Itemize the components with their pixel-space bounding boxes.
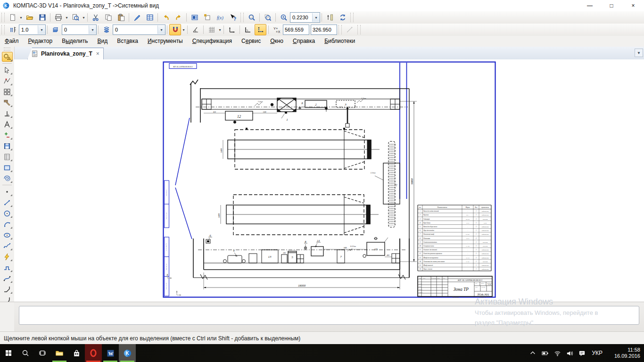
preview-dropdown[interactable]: ▾ — [82, 16, 86, 20]
battery-icon[interactable] — [539, 344, 551, 362]
tool-macro-button[interactable] — [2, 173, 13, 183]
minimize-button[interactable]: — — [579, 0, 601, 11]
open-button[interactable] — [24, 12, 35, 23]
menu-11[interactable]: Библиотеки — [320, 36, 360, 47]
tool-bezier-button[interactable] — [2, 273, 13, 283]
print-dropdown[interactable]: ▾ — [65, 16, 69, 20]
toolbar-grip[interactable] — [1, 13, 5, 22]
drawing-canvas[interactable]: КП 1Б.А20Т08.00.00.013 Инв. № подл.Подп.… — [14, 59, 644, 302]
toolbar-grip[interactable] — [339, 25, 342, 34]
menu-10[interactable]: Справка — [288, 36, 320, 47]
current-layer-combo[interactable]: 0▾ — [62, 25, 97, 35]
tool-spline-button[interactable] — [2, 241, 13, 251]
menu-2[interactable]: Редактор — [24, 36, 58, 47]
zoom-selection-button[interactable] — [262, 12, 273, 23]
refresh-view-button[interactable] — [337, 12, 348, 23]
file-explorer-button[interactable] — [51, 344, 68, 362]
kompas-taskbar-button[interactable]: K — [119, 344, 136, 362]
tool-chamfer-button[interactable] — [2, 284, 13, 294]
tool-geometry-button[interactable] — [2, 52, 13, 62]
tool-measure-button[interactable] — [2, 76, 13, 86]
tool-point-button[interactable] — [2, 187, 13, 197]
wifi-icon[interactable] — [551, 344, 563, 362]
window-manager-button[interactable] — [189, 12, 200, 23]
tool-insert-button[interactable] — [2, 141, 13, 151]
context-help-button[interactable]: ? — [227, 12, 239, 23]
tool-ellipse-button[interactable] — [2, 230, 13, 240]
toolbar-grip[interactable] — [4, 48, 10, 50]
menu-7[interactable]: Спецификация — [188, 36, 237, 47]
redo-button[interactable] — [173, 12, 184, 23]
tool-auxiliary-line-button[interactable] — [2, 252, 13, 262]
print-button[interactable] — [52, 12, 64, 23]
tray-chevron-icon[interactable] — [527, 344, 539, 362]
zoom-in-button[interactable] — [278, 12, 289, 23]
grid-button[interactable] — [206, 24, 217, 35]
cursor-step-combo[interactable]: 1.0▾ — [19, 25, 46, 35]
zoom-scale-combo[interactable]: 0.2230▾ — [290, 12, 320, 23]
language-indicator[interactable]: УКР — [588, 350, 606, 356]
tool-arc-button[interactable] — [2, 219, 13, 229]
grid-dropdown[interactable]: ▾ — [218, 28, 222, 32]
layers-icon[interactable] — [50, 24, 61, 35]
tool-reports-button[interactable] — [2, 163, 13, 173]
store-button[interactable] — [68, 344, 85, 362]
zoom-frame-button[interactable] — [246, 12, 257, 23]
toolbar-grip[interactable] — [1, 25, 5, 34]
angle-snap-button[interactable] — [190, 24, 201, 35]
toolbar-grip[interactable] — [240, 13, 244, 22]
tool-select-button[interactable] — [2, 65, 13, 75]
close-button[interactable]: × — [622, 0, 644, 11]
undo-button[interactable] — [160, 12, 172, 23]
tool-designations-button[interactable] — [2, 130, 13, 140]
fit-page-button[interactable] — [324, 12, 336, 23]
property-message-box[interactable] — [19, 306, 639, 325]
copy-button[interactable] — [102, 12, 114, 23]
print-preview-button[interactable] — [69, 12, 81, 23]
new-document-dropdown[interactable]: ▾ — [19, 16, 23, 20]
start-button[interactable] — [0, 344, 17, 362]
menu-1[interactable]: Файл — [0, 36, 24, 47]
tab-close-icon[interactable]: × — [96, 50, 99, 57]
tool-segment-button[interactable] — [2, 197, 13, 207]
tab-planirovka-zony-t[interactable]: Planirovka_zony_T × — [27, 48, 104, 59]
save-button[interactable] — [36, 12, 48, 23]
drawing-sheet[interactable]: КП 1Б.А20Т08.00.00.013 Инв. № подл.Подп.… — [163, 61, 496, 298]
maximize-button[interactable]: □ — [601, 0, 622, 11]
ortho-mode-button[interactable] — [255, 24, 266, 35]
cursor-step-icon[interactable] — [7, 24, 18, 35]
tool-fragment-button[interactable] — [2, 87, 13, 97]
menu-5[interactable]: Вставка — [112, 36, 143, 47]
snap-button[interactable] — [169, 24, 181, 35]
menu-6[interactable]: Инструменты — [143, 36, 188, 47]
round-off-button[interactable] — [242, 24, 254, 35]
toolbar-grip[interactable] — [357, 25, 361, 34]
tool-polyline-button[interactable] — [2, 263, 13, 272]
variables-button[interactable] — [201, 12, 213, 23]
toolbar-grip[interactable] — [350, 13, 354, 22]
layer-groups-icon[interactable] — [100, 24, 112, 35]
paste-button[interactable] — [115, 12, 127, 23]
tool-edit-button[interactable] — [2, 98, 13, 107]
word-button[interactable]: W — [102, 344, 119, 362]
x-coordinate-field[interactable]: 569.559 — [283, 25, 309, 35]
tool-parametrize-button[interactable] — [2, 108, 13, 118]
task-view-button[interactable] — [34, 344, 51, 362]
opera-button[interactable] — [85, 344, 102, 362]
cut-button[interactable] — [90, 12, 101, 23]
layer-groups-combo[interactable]: 0▾ — [113, 25, 165, 35]
copy-properties-button[interactable] — [131, 12, 143, 23]
tool-circle-button[interactable] — [2, 208, 13, 218]
function-button[interactable]: f(x) — [214, 12, 226, 23]
tool-dimensions-button[interactable] — [2, 119, 13, 129]
tab-overflow-button[interactable]: ▼ — [635, 49, 643, 57]
search-button[interactable] — [17, 344, 34, 362]
notifications-icon[interactable] — [576, 344, 588, 362]
y-coordinate-field[interactable]: 326.950 — [311, 25, 337, 35]
panel-grip[interactable] — [0, 302, 15, 332]
menu-4[interactable]: Вид — [93, 36, 113, 47]
tool-specification-button[interactable] — [2, 152, 13, 162]
new-document-button[interactable] — [7, 12, 18, 23]
menu-9[interactable]: Окно — [265, 36, 288, 47]
menu-3[interactable]: Выделить — [57, 36, 92, 47]
